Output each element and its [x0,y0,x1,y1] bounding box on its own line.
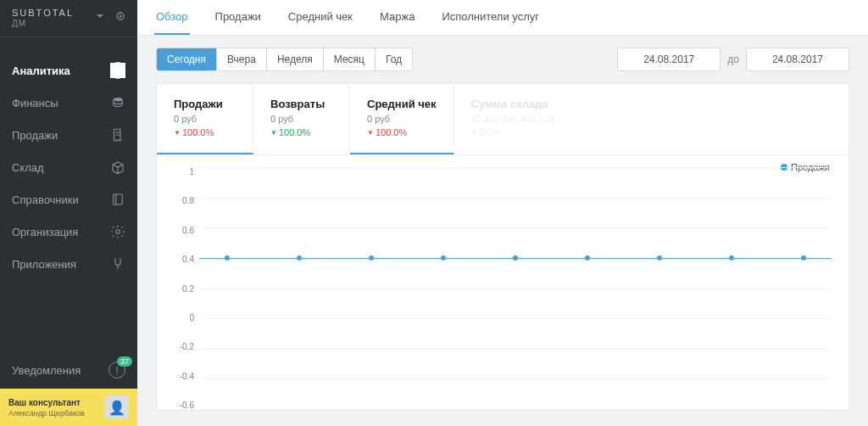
gauge-icon [110,63,125,78]
tab-bar: Обзор Продажи Средний чек Маржа Исполнит… [137,0,868,36]
receipt-icon [110,127,125,143]
stat-title: Сумма склада [471,98,566,110]
consultant-title: Ваш консультант [8,398,98,407]
arrow-down-icon: ▼ [471,129,478,137]
chart-point [801,255,806,261]
period-week[interactable]: Неделя [267,48,324,70]
date-to-input[interactable]: 24.08.2017 [746,48,849,71]
stat-stock-sum[interactable]: Сумма склада 42 218 191 448 328 … ▼0.0% [454,84,583,154]
chart-point [657,255,662,261]
chart-plot-area [199,167,832,410]
stat-change: ▼0.0% [471,127,566,137]
sidebar-item-label: Организация [12,226,78,238]
stat-returns[interactable]: Возвраты 0 руб ▼100.0% [253,84,350,154]
app-root: SUBTOTAL ДМ Аналитика Финансы Продажи [0,0,868,426]
book-icon [110,192,125,207]
chart-point [225,255,230,261]
svg-point-4 [116,230,120,234]
sidebar: SUBTOTAL ДМ Аналитика Финансы Продажи [0,0,137,426]
sidebar-item-label: Продажи [12,129,58,142]
sidebar-item-organization[interactable]: Организация [0,216,137,248]
sidebar-item-label: Приложения [12,258,76,271]
sidebar-nav: Аналитика Финансы Продажи Склад Справочн… [0,37,137,351]
tab-overview[interactable]: Обзор [154,0,190,35]
date-from-input[interactable]: 24.08.2017 [617,48,721,71]
stat-change: ▼100.0% [270,127,332,137]
stat-change: ▼100.0% [367,127,437,137]
stat-title: Средний чек [367,98,437,110]
tab-performers[interactable]: Исполнители услуг [440,0,541,35]
avatar: 👤 [105,395,129,419]
chevron-down-icon[interactable] [95,11,105,24]
consultant-block[interactable]: Ваш консультант Александр Щербаков 👤 [0,389,137,426]
sidebar-item-apps[interactable]: Приложения [0,248,137,280]
sidebar-item-directories[interactable]: Справочники [0,183,137,216]
svg-point-1 [120,15,122,18]
stat-sales[interactable]: Продажи 0 руб ▼100.0% [157,84,253,154]
content: Продажи 0 руб ▼100.0% Возвраты 0 руб ▼10… [137,83,868,426]
arrow-down-icon: ▼ [174,129,181,137]
period-today[interactable]: Сегодня [157,48,217,70]
stat-value: 0 руб [270,114,332,124]
sidebar-item-sales[interactable]: Продажи [0,119,137,151]
sidebar-item-finance[interactable]: Финансы [0,87,137,119]
stat-change: ▼100.0% [174,127,236,137]
sidebar-item-analytics[interactable]: Аналитика [0,54,137,87]
period-yesterday[interactable]: Вчера [217,48,267,70]
stat-title: Возвраты [270,98,332,110]
chart-point [585,255,590,261]
sidebar-footer: Уведомления ! 37 Ваш консультант Алексан… [0,351,137,426]
date-range: 24.08.2017 до 24.08.2017 [617,48,849,71]
chart-point [729,255,734,261]
chart-points [199,258,832,261]
svg-point-2 [114,98,123,102]
main-area: Обзор Продажи Средний чек Маржа Исполнит… [137,0,868,426]
date-separator: до [727,53,739,65]
sidebar-item-label: Справочники [12,193,79,206]
stat-avg-check[interactable]: Средний чек 0 руб ▼100.0% [350,84,454,154]
svg-rect-3 [114,194,123,205]
box-icon [110,160,125,175]
brand-subtitle: ДМ [12,19,74,28]
y-axis: 1 0.8 0.6 0.4 0.2 0 -0.2 -0.4 -0.6 [174,167,199,410]
stat-value: 0 руб [174,114,236,124]
chart-container: Продажи 1 0.8 0.6 0.4 0.2 0 -0.2 -0.4 - [157,155,849,410]
stat-title: Продажи [174,98,236,110]
notifications-label: Уведомления [12,364,81,377]
toolbar: Сегодня Вчера Неделя Месяц Год 24.08.201… [137,36,868,83]
logo-block: SUBTOTAL ДМ [0,0,137,37]
period-selector: Сегодня Вчера Неделя Месяц Год [156,48,413,71]
stat-cards: Продажи 0 руб ▼100.0% Возвраты 0 руб ▼10… [157,84,849,155]
chart-point [513,255,518,261]
period-year[interactable]: Год [376,48,412,70]
chart-point [441,255,446,261]
arrow-down-icon: ▼ [270,129,277,137]
arrow-down-icon: ▼ [367,129,374,137]
sidebar-item-label: Финансы [12,97,58,109]
chart-point [297,255,302,261]
tab-sales[interactable]: Продажи [214,0,263,35]
gear-icon [110,224,125,239]
sidebar-item-label: Аналитика [12,64,70,77]
plug-icon [110,256,125,272]
brand-title: SUBTOTAL [12,7,74,19]
period-month[interactable]: Месяц [324,48,376,70]
sidebar-item-label: Склад [12,161,44,174]
stat-value: 0 руб [367,114,437,124]
consultant-name: Александр Щербаков [8,409,98,418]
line-chart: 1 0.8 0.6 0.4 0.2 0 -0.2 -0.4 -0.6 [174,167,832,410]
target-icon[interactable] [115,11,125,24]
tab-avg-check[interactable]: Средний чек [287,0,354,35]
stat-value: 42 218 191 448 328 … [471,114,566,124]
coins-icon [110,95,125,110]
tab-margin[interactable]: Маржа [378,0,416,35]
sidebar-item-warehouse[interactable]: Склад [0,151,137,183]
notifications-item[interactable]: Уведомления ! 37 [0,351,137,389]
chart-point [369,255,374,261]
notifications-badge: 37 [117,356,132,367]
dashboard-panel: Продажи 0 руб ▼100.0% Возвраты 0 руб ▼10… [156,83,849,411]
